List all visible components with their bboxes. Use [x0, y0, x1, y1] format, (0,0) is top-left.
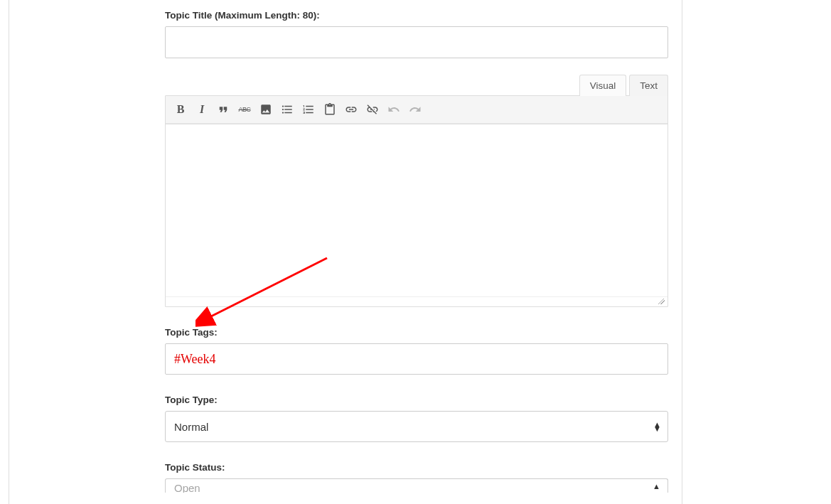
quote-icon — [217, 103, 230, 116]
editor-content-area[interactable] — [166, 124, 668, 296]
paste-button[interactable] — [319, 99, 341, 120]
image-button[interactable] — [255, 99, 277, 120]
link-icon — [345, 103, 358, 116]
topic-status-select[interactable]: Open ▲ — [165, 478, 668, 493]
tab-visual[interactable]: Visual — [579, 75, 627, 96]
editor-tabs: Visual Text — [165, 74, 668, 95]
select-arrows-icon: ▲ — [653, 484, 660, 488]
topic-type-select[interactable]: Normal — [165, 411, 668, 442]
redo-button[interactable] — [404, 99, 426, 120]
topic-type-label: Topic Type: — [165, 395, 668, 405]
unlink-icon — [366, 103, 379, 116]
resize-handle[interactable] — [166, 296, 668, 306]
topic-title-label: Topic Title (Maximum Length: 80): — [165, 10, 668, 21]
undo-icon — [387, 103, 400, 116]
link-button[interactable] — [341, 99, 362, 120]
unlink-button[interactable] — [362, 99, 383, 120]
strikethrough-icon: ABC — [238, 106, 250, 113]
tab-text[interactable]: Text — [629, 75, 668, 96]
bullet-list-button[interactable] — [277, 99, 298, 120]
redo-icon — [409, 103, 422, 116]
clipboard-icon — [323, 103, 336, 116]
blockquote-button[interactable] — [213, 99, 234, 120]
bullet-list-icon — [281, 103, 294, 116]
topic-tags-label: Topic Tags: — [165, 327, 668, 338]
form-area: Topic Title (Maximum Length: 80): Visual… — [165, 10, 668, 493]
undo-button[interactable] — [383, 99, 404, 120]
bold-button[interactable]: B — [170, 99, 191, 120]
image-icon — [259, 103, 272, 116]
strikethrough-button[interactable]: ABC — [234, 99, 255, 120]
topic-title-input[interactable] — [165, 26, 668, 58]
italic-button[interactable]: I — [191, 99, 213, 120]
topic-tags-input[interactable] — [165, 343, 668, 375]
topic-status-label: Topic Status: — [165, 462, 668, 473]
rich-text-editor: B I ABC — [165, 95, 668, 307]
editor-toolbar: B I ABC — [166, 96, 668, 124]
numbered-list-icon — [302, 103, 315, 116]
numbered-list-button[interactable] — [298, 99, 319, 120]
